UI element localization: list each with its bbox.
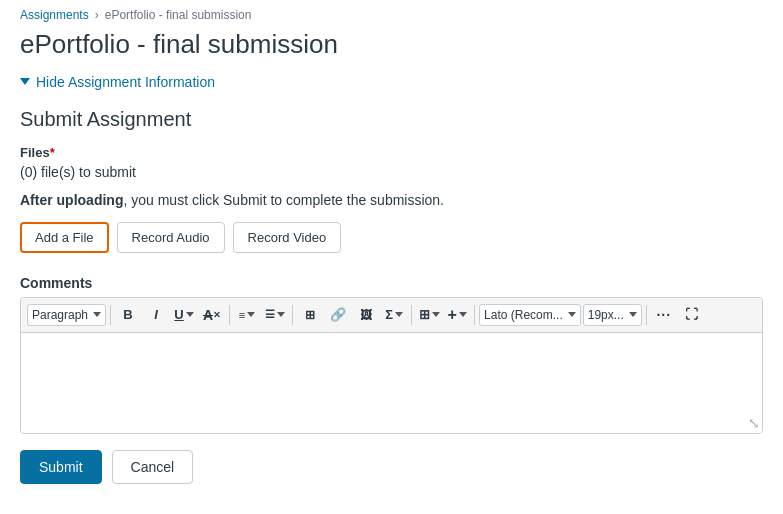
editor-body[interactable]: ⤡: [21, 333, 762, 433]
font-chevron-icon: [568, 312, 576, 317]
grid-chevron-icon: [432, 312, 440, 317]
toolbar-separator-2: [229, 305, 230, 325]
image-button[interactable]: 🖼: [353, 302, 379, 328]
toolbar-separator-3: [292, 305, 293, 325]
toolbar-separator-4: [411, 305, 412, 325]
paragraph-chevron-icon: [93, 312, 101, 317]
breadcrumb-current: ePortfolio - final submission: [105, 8, 252, 22]
editor-toolbar: Paragraph B I U A ✕ ≡: [21, 298, 762, 333]
files-label: Files*: [20, 145, 763, 160]
align-chevron-icon: [247, 312, 255, 317]
triangle-down-icon: [20, 78, 30, 85]
hide-assignment-toggle[interactable]: Hide Assignment Information: [20, 74, 763, 90]
font-select[interactable]: Lato (Recom...: [479, 304, 581, 326]
list-button[interactable]: ☰: [262, 302, 288, 328]
toolbar-separator-5: [474, 305, 475, 325]
grid-button[interactable]: ⊞: [416, 302, 442, 328]
link-button[interactable]: 🔗: [325, 302, 351, 328]
add-file-button[interactable]: Add a File: [20, 222, 109, 253]
breadcrumb-separator: ›: [95, 8, 99, 22]
breadcrumb: Assignments › ePortfolio - final submiss…: [20, 8, 763, 22]
comments-label: Comments: [20, 275, 763, 291]
toolbar-separator-6: [646, 305, 647, 325]
table-button[interactable]: ⊞: [297, 302, 323, 328]
list-chevron-icon: [277, 312, 285, 317]
more-options-button[interactable]: ···: [651, 302, 677, 328]
upload-notice: After uploading, you must click Submit t…: [20, 192, 763, 208]
submit-assignment-heading: Submit Assignment: [20, 108, 763, 131]
breadcrumb-assignments-link[interactable]: Assignments: [20, 8, 89, 22]
strikethrough-button[interactable]: A ✕: [199, 302, 225, 328]
hide-assignment-label: Hide Assignment Information: [36, 74, 215, 90]
italic-button[interactable]: I: [143, 302, 169, 328]
underline-chevron-icon: [186, 312, 194, 317]
fullscreen-button[interactable]: ⛶: [679, 302, 705, 328]
file-buttons-group: Add a File Record Audio Record Video: [20, 222, 763, 253]
comments-editor: Paragraph B I U A ✕ ≡: [20, 297, 763, 434]
cancel-button[interactable]: Cancel: [112, 450, 194, 484]
formula-chevron-icon: [395, 312, 403, 317]
form-actions: Submit Cancel: [20, 450, 763, 484]
size-chevron-icon: [629, 312, 637, 317]
page-title: ePortfolio - final submission: [20, 28, 763, 62]
size-select[interactable]: 19px...: [583, 304, 642, 326]
underline-button[interactable]: U: [171, 302, 197, 328]
insert-chevron-icon: [459, 312, 467, 317]
submit-button[interactable]: Submit: [20, 450, 102, 484]
bold-button[interactable]: B: [115, 302, 141, 328]
record-audio-button[interactable]: Record Audio: [117, 222, 225, 253]
toolbar-separator-1: [110, 305, 111, 325]
insert-button[interactable]: +: [444, 302, 470, 328]
formula-button[interactable]: Σ: [381, 302, 407, 328]
record-video-button[interactable]: Record Video: [233, 222, 342, 253]
align-button[interactable]: ≡: [234, 302, 260, 328]
editor-resize-handle[interactable]: ⤡: [748, 415, 760, 431]
paragraph-select[interactable]: Paragraph: [27, 304, 106, 326]
files-count: (0) file(s) to submit: [20, 164, 763, 180]
